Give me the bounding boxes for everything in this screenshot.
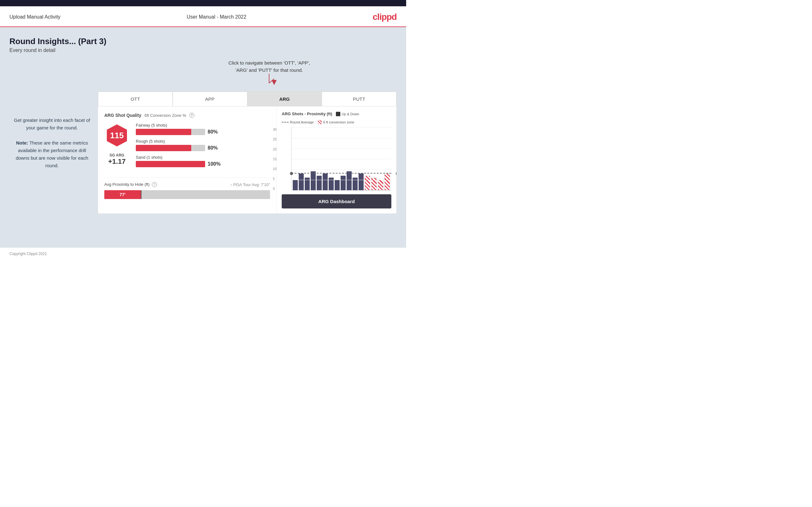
brand-logo: clippd	[373, 12, 397, 22]
copyright: Copyright Clippd 2021	[9, 251, 47, 256]
chart-bar-14	[378, 180, 384, 190]
help-icon[interactable]: ?	[189, 113, 194, 118]
chart-bar-0	[293, 180, 298, 190]
grid-line-20	[292, 148, 391, 149]
legend-round-avg: Round Average	[282, 120, 314, 124]
chart-bar-15	[385, 173, 390, 190]
top-bar	[0, 0, 406, 6]
chart-y-labels: 30 25 20 15 10 5 0	[273, 127, 277, 190]
page-subtitle: Every round in detail	[9, 48, 397, 53]
proximity-value: 77'	[119, 192, 125, 197]
chart-area: 8	[291, 127, 391, 190]
proximity-bar-fill: 77'	[104, 190, 141, 199]
tab-putt[interactable]: PUTT	[322, 92, 396, 106]
tab-arg[interactable]: ARG	[247, 92, 322, 106]
hex-sg-row: 115 SG ARG +1.17 Fairway (5 shots)	[104, 123, 270, 171]
bar-label-rough: Rough (5 shots)	[136, 139, 270, 144]
chart-title: ARG Shots - Proximity (ft)	[282, 111, 332, 116]
svg-marker-2	[271, 80, 277, 85]
y-label-0: 0	[273, 187, 277, 190]
bar-fill-fairway	[136, 129, 191, 135]
bar-label-fairway: Fairway (5 shots)	[136, 123, 270, 127]
legend-up-down-label: Up & Down	[342, 112, 359, 116]
legend-dashed-icon	[282, 122, 289, 122]
bar-fill-sand	[136, 161, 205, 167]
footer: Copyright Clippd 2021	[0, 247, 406, 260]
header: Upload Manual Activity User Manual - Mar…	[0, 6, 406, 27]
chart-header: ARG Shots - Proximity (ft) Up & Down Rou…	[282, 111, 391, 124]
tab-app[interactable]: APP	[173, 92, 247, 106]
proximity-label-text: Avg Proximity to Hole (ft)	[104, 182, 150, 187]
reference-value: 8	[396, 172, 397, 175]
grid-line-15	[292, 159, 391, 159]
sg-value: +1.17	[108, 158, 126, 166]
arg-section-title: ARG Shot Quality	[104, 113, 141, 118]
bar-pct-rough: 80%	[208, 145, 218, 151]
left-panel: Get greater insight into each facet of y…	[9, 91, 98, 214]
pga-avg-label: ↑ PGA Tour Avg: 7'10"	[230, 182, 270, 187]
proximity-section: Avg Proximity to Hole (ft) ? ↑ PGA Tour …	[104, 177, 270, 199]
y-label-15: 15	[273, 157, 277, 161]
card-right-section: ARG Shots - Proximity (ft) Up & Down Rou…	[277, 106, 396, 214]
annotation-arrow	[260, 74, 278, 90]
chart-bar-3	[311, 171, 316, 190]
bar-pct-fairway: 80%	[208, 129, 218, 135]
doc-label: User Manual - March 2022	[187, 14, 246, 20]
reference-line: 8	[292, 173, 391, 173]
y-label-20: 20	[273, 148, 277, 151]
annotation-line2: 'ARG' and 'PUTT' for that round.	[229, 67, 310, 74]
y-label-30: 30	[273, 127, 277, 131]
hexagon: 115	[104, 123, 130, 148]
y-label-25: 25	[273, 137, 277, 141]
proximity-bar-track: 77'	[104, 190, 270, 199]
hexagon-container: 115 SG ARG +1.17	[104, 123, 130, 166]
proximity-help-icon[interactable]: ?	[152, 182, 157, 187]
sg-label: SG ARG	[108, 153, 126, 158]
chart-bar-11	[359, 173, 364, 190]
legend-round-avg-label: Round Average	[290, 120, 314, 124]
proximity-label: Avg Proximity to Hole (ft) ?	[104, 182, 157, 187]
main-card: OTT APP ARG PUTT ARG Shot Quality 6ft Co…	[98, 91, 397, 214]
y-label-5: 5	[273, 177, 277, 181]
bar-fill-rough	[136, 145, 191, 151]
y-label-10: 10	[273, 167, 277, 171]
card-body: ARG Shot Quality 6ft Conversion Zone % ?	[98, 106, 396, 214]
tab-bar: OTT APP ARG PUTT	[98, 92, 396, 106]
left-text-1: Get greater insight into each facet of y…	[14, 117, 90, 130]
note-label: Note:	[16, 140, 28, 146]
card-area: Get greater insight into each facet of y…	[9, 91, 397, 214]
chart-bar-1	[299, 173, 304, 190]
chart-bar-7	[335, 180, 340, 190]
conversion-zone-label: 6ft Conversion Zone %	[144, 113, 186, 118]
chart-bar-5	[323, 173, 328, 190]
left-description: Get greater insight into each facet of y…	[13, 116, 91, 169]
reference-dot	[290, 172, 293, 175]
chart-bar-9	[347, 171, 352, 190]
annotation-line1: Click to navigate between 'OTT', 'APP',	[229, 59, 310, 67]
proximity-header: Avg Proximity to Hole (ft) ? ↑ PGA Tour …	[104, 182, 270, 187]
card-left-section: ARG Shot Quality 6ft Conversion Zone % ?	[98, 106, 277, 214]
main-content: Round Insights... (Part 3) Every round i…	[0, 27, 406, 247]
bar-pct-sand: 100%	[208, 161, 220, 167]
legend-6ft-label: 6 ft conversion zone	[323, 120, 354, 124]
page-title: Round Insights... (Part 3)	[9, 37, 397, 46]
tab-ott[interactable]: OTT	[98, 92, 173, 106]
bar-track-fairway	[136, 129, 205, 135]
grid-line-10	[292, 169, 391, 170]
bar-track-sand	[136, 161, 205, 167]
bar-label-sand: Sand (1 shots)	[136, 155, 270, 160]
proximity-marker	[141, 190, 142, 199]
grid-line-25	[292, 138, 391, 138]
bar-row-fairway: Fairway (5 shots) 80%	[136, 123, 270, 135]
legend-box-icon	[336, 112, 340, 116]
chart-bar-8	[341, 176, 346, 190]
legend-up-down: Up & Down	[336, 112, 359, 116]
upload-label: Upload Manual Activity	[9, 14, 60, 20]
legend-6ft-zone: 6 ft conversion zone	[318, 120, 354, 124]
hexagon-value: 115	[110, 131, 123, 140]
bar-row-rough: Rough (5 shots) 80%	[136, 139, 270, 151]
arg-dashboard-button[interactable]: ARG Dashboard	[282, 194, 391, 209]
grid-line-30	[292, 127, 391, 128]
bars-container: Fairway (5 shots) 80% Rough	[136, 123, 270, 171]
chart-bar-12	[365, 176, 370, 190]
